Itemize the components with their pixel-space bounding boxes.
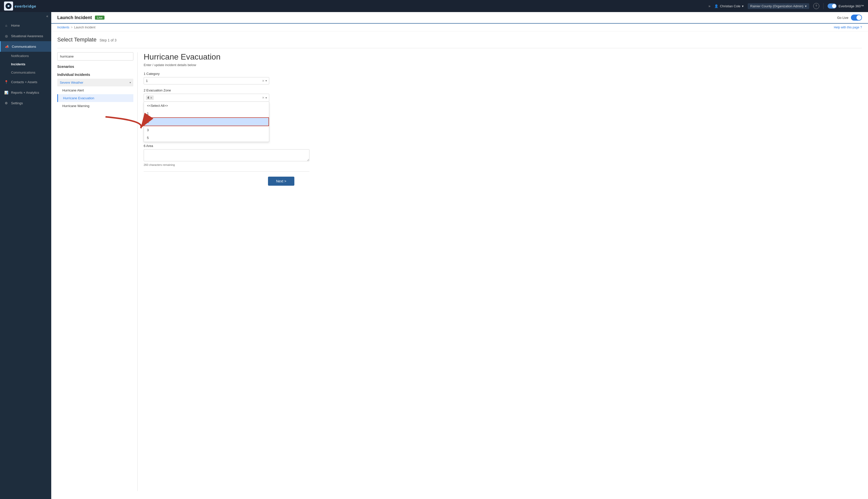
template-heading: Select Template Step 1 of 3: [57, 36, 862, 43]
sidebar-item-contacts-assets[interactable]: 📍 Contacts + Assets: [0, 77, 51, 87]
main-layout: « ⌂ Home ◎ Situational Awareness 📣 Commu…: [0, 12, 868, 499]
toggle-360[interactable]: [828, 3, 836, 9]
sidebar: « ⌂ Home ◎ Situational Awareness 📣 Commu…: [0, 12, 51, 499]
nav-arrows[interactable]: »: [708, 4, 710, 8]
step-label: Step 1 of 3: [99, 38, 116, 42]
home-icon: ⌂: [4, 23, 9, 28]
template-item-label: Hurricane Alert: [62, 88, 84, 92]
org-menu[interactable]: Rainier County (Organization Admin) ▾: [748, 3, 809, 9]
template-item-label: Hurricane Warning: [62, 104, 89, 108]
template-item-label: Hurricane Evacuation: [63, 96, 94, 100]
individual-incidents-label: Individual Incidents: [57, 73, 133, 77]
breadcrumb-separator: >: [71, 26, 73, 29]
breadcrumb-current: Launch Incident: [74, 26, 96, 29]
divider: [144, 171, 309, 172]
logo: everbridge: [4, 1, 706, 11]
scenarios-label: Scenarios: [57, 64, 133, 69]
template-item-hurricane-alert[interactable]: Hurricane Alert: [57, 86, 133, 94]
sidebar-item-label: Home: [11, 24, 20, 27]
sidebar-item-home[interactable]: ⌂ Home: [0, 20, 51, 31]
category-clear-icon[interactable]: ✕: [262, 79, 264, 83]
sidebar-item-communications[interactable]: 📣 Communications: [0, 41, 51, 52]
category-field: 1 Category 1 ✕ ▾: [144, 72, 862, 84]
tag-value: 4: [147, 96, 149, 99]
situational-awareness-icon: ◎: [4, 34, 9, 38]
evacuation-zone-input[interactable]: [155, 96, 262, 100]
category-chevron-icon: ▾: [129, 81, 131, 84]
tag-remove-icon[interactable]: ✕: [150, 97, 152, 99]
evacuation-zone-label: 2 Evacuation Zone: [144, 88, 862, 92]
settings-icon: ⚙: [4, 101, 9, 105]
sidebar-sub-incidents[interactable]: Incidents: [0, 60, 51, 68]
sidebar-item-settings[interactable]: ⚙ Settings: [0, 98, 51, 108]
nav-360: Everbridge 360™: [828, 3, 864, 9]
category-chevron-icon[interactable]: ▾: [265, 79, 267, 82]
toggle-360-label: Everbridge 360™: [839, 4, 864, 8]
left-panel: Scenarios Individual Incidents Severe We…: [57, 52, 138, 491]
area-field-label: 6 Area: [144, 144, 862, 148]
category-select[interactable]: 1 ✕ ▾: [144, 77, 269, 84]
template-heading-title: Select Template: [57, 36, 97, 43]
evacuation-zone-clear-icon[interactable]: ✕: [262, 96, 264, 99]
user-icon: 👤: [714, 4, 718, 8]
dropdown-item-5[interactable]: 5: [144, 134, 269, 142]
incident-subtitle: Enter / update incident details below: [144, 63, 862, 67]
user-chevron: ▾: [742, 4, 744, 8]
help-button[interactable]: ?: [813, 3, 819, 9]
dropdown-item-2[interactable]: 2: [144, 117, 269, 126]
dropdown-item-label: 1: [147, 112, 149, 115]
sidebar-item-label: Contacts + Assets: [11, 80, 37, 84]
go-live-area: Go Live: [837, 15, 862, 21]
sidebar-item-label: Settings: [11, 101, 23, 105]
live-badge: Live: [95, 15, 104, 20]
notifications-label: Notifications: [11, 54, 29, 58]
dropdown-item-select-all[interactable]: <<Select All>>: [144, 102, 269, 110]
dropdown-item-3[interactable]: 3: [144, 126, 269, 134]
category-value: 1: [146, 79, 262, 83]
next-button[interactable]: Next >: [268, 177, 294, 186]
breadcrumb-incidents-link[interactable]: Incidents: [57, 26, 69, 29]
right-panel: Hurricane Evacuation Enter / update inci…: [138, 52, 862, 491]
sidebar-item-label: Situational Awareness: [11, 34, 43, 38]
area-input[interactable]: [144, 149, 309, 161]
dropdown-item-1[interactable]: 1: [144, 110, 269, 117]
sidebar-item-label: Reports + Analytics: [11, 91, 39, 95]
go-live-toggle[interactable]: [851, 15, 862, 21]
top-navigation: everbridge » 👤 Christian Cole ▾ Rainier …: [0, 0, 868, 12]
contacts-icon: 📍: [4, 80, 9, 84]
evacuation-zone-dropdown-menu: <<Select All>> 1 2 3: [144, 102, 269, 142]
category-field-label: 1 Category: [144, 72, 862, 76]
user-menu[interactable]: 👤 Christian Cole ▾: [714, 4, 744, 8]
area-field: 6 Area 260 characters remaining: [144, 144, 862, 166]
dropdown-item-label: 3: [147, 128, 149, 132]
org-chevron: ▾: [805, 4, 807, 8]
sidebar-collapse-button[interactable]: «: [0, 12, 51, 20]
template-item-hurricane-evacuation[interactable]: Hurricane Evacuation: [57, 94, 133, 102]
template-layout: Scenarios Individual Incidents Severe We…: [57, 52, 862, 491]
sidebar-item-reports-analytics[interactable]: 📊 Reports + Analytics: [0, 87, 51, 98]
sidebar-sub-communications[interactable]: Communications: [0, 68, 51, 77]
evacuation-zone-chevron-icon[interactable]: ▾: [265, 96, 267, 99]
dropdown-item-label: 5: [147, 136, 149, 140]
incidents-label: Incidents: [11, 62, 25, 66]
chars-remaining: 260 characters remaining: [144, 163, 862, 166]
sidebar-item-situational-awareness[interactable]: ◎ Situational Awareness: [0, 31, 51, 41]
template-item-hurricane-warning[interactable]: Hurricane Warning: [57, 102, 133, 110]
communications-icon: 📣: [5, 44, 9, 49]
category-header-severe-weather[interactable]: Severe Weather ▾: [57, 78, 133, 86]
sidebar-sub-notifications[interactable]: Notifications: [0, 52, 51, 60]
dropdown-item-label: 2: [147, 120, 149, 124]
help-link[interactable]: Help with this page ?: [834, 26, 862, 29]
help-text: Help with this page: [834, 26, 859, 29]
logo-text: everbridge: [15, 4, 36, 8]
reports-icon: 📊: [4, 90, 9, 95]
breadcrumb-bar: Incidents > Launch Incident Help with th…: [51, 24, 868, 32]
org-name: Rainier County (Organization Admin): [750, 4, 804, 8]
incident-title: Hurricane Evacuation: [144, 52, 862, 62]
category-label: Severe Weather: [60, 81, 83, 84]
search-input[interactable]: [57, 52, 133, 61]
nav-right: » 👤 Christian Cole ▾ Rainier County (Org…: [708, 3, 864, 9]
go-live-label: Go Live: [837, 16, 848, 20]
evacuation-zone-select[interactable]: 4 ✕ ✕ ▾: [144, 94, 269, 102]
dropdown-item-label: <<Select All>>: [147, 104, 168, 108]
